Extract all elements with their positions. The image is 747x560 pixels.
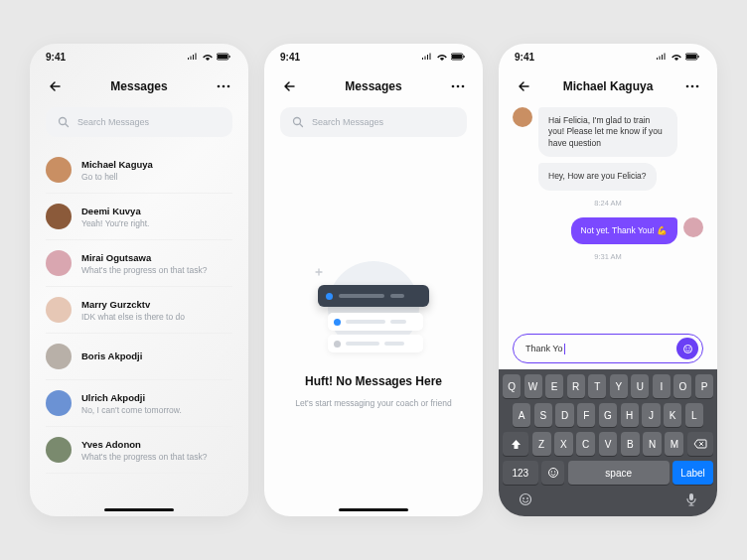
more-button[interactable] — [683, 77, 701, 95]
timestamp: 8:24 AM — [513, 199, 703, 208]
key-u[interactable]: U — [631, 374, 649, 398]
contact-name: Mirai Ogutsawa — [81, 252, 207, 263]
messages-empty-screen: 9:41 Messages Search Messages Huft! No M… — [264, 44, 483, 516]
status-time: 9:41 — [46, 52, 66, 63]
emoji-footer-icon[interactable] — [519, 492, 532, 508]
contact-name: Boris Akpodji — [81, 350, 142, 361]
svg-rect-8 — [452, 55, 462, 59]
svg-rect-16 — [698, 56, 699, 58]
more-button[interactable] — [449, 77, 467, 95]
emoji-key[interactable] — [541, 461, 564, 485]
search-placeholder: Search Messages — [312, 117, 383, 127]
key-y[interactable]: Y — [610, 374, 628, 398]
avatar — [513, 107, 532, 127]
back-button[interactable] — [280, 77, 298, 95]
key-o[interactable]: O — [673, 374, 691, 398]
key-e[interactable]: E — [545, 374, 563, 398]
key-k[interactable]: K — [664, 403, 681, 427]
key-x[interactable]: X — [554, 432, 573, 456]
key-h[interactable]: H — [621, 403, 639, 427]
key-s[interactable]: S — [534, 403, 552, 427]
status-icons — [187, 53, 232, 61]
message-preview: Go to hell — [81, 172, 153, 182]
key-b[interactable]: B — [621, 432, 640, 456]
bubble-in: Hey, How are you Felicia? — [538, 163, 657, 190]
conversation-item[interactable]: Ulrich Akpodji No, I can't come tomorrow… — [46, 380, 232, 427]
key-q[interactable]: Q — [503, 374, 521, 398]
compose-text: Thank Yo — [525, 344, 669, 354]
bubble-in: Hai Felicia, I'm glad to train you! Plea… — [538, 107, 677, 157]
empty-state: Huft! No Messages Here Let's start messa… — [264, 147, 483, 516]
status-icons — [421, 53, 467, 61]
avatar — [46, 437, 72, 463]
key-p[interactable]: P — [695, 374, 713, 398]
key-w[interactable]: W — [524, 374, 542, 398]
avatar — [46, 250, 72, 276]
bubble-out: Not yet. Thank You! 💪 — [571, 217, 677, 244]
key-a[interactable]: A — [513, 403, 530, 427]
header: Messages — [264, 70, 483, 107]
conversation-item[interactable]: Boris Akpodji — [46, 334, 232, 380]
conversation-item[interactable]: Mirai Ogutsawa What's the progress on th… — [46, 240, 232, 287]
svg-rect-29 — [689, 493, 693, 500]
message-preview: No, I can't come tomorrow. — [81, 405, 182, 415]
home-indicator[interactable] — [339, 508, 408, 511]
backspace-key[interactable] — [687, 432, 713, 456]
more-button[interactable] — [215, 77, 232, 95]
svg-point-23 — [548, 469, 557, 478]
compose-input[interactable]: Thank Yo — [513, 334, 703, 363]
search-placeholder: Search Messages — [77, 117, 149, 127]
chat-screen: 9:41 Michael Kaguya Hai Felicia, I'm gla… — [499, 44, 717, 516]
avatar — [46, 157, 72, 183]
conversation-item[interactable]: Marry Gurzcktv IDK what else is there to… — [46, 287, 232, 334]
svg-point-11 — [457, 85, 460, 88]
svg-point-10 — [452, 85, 455, 88]
conversation-item[interactable]: Yves Adonon What's the progress on that … — [46, 427, 232, 474]
svg-point-3 — [218, 85, 221, 88]
key-m[interactable]: M — [665, 432, 683, 456]
search-input[interactable]: Search Messages — [280, 107, 467, 137]
messages-list-screen: 9:41 Messages Search Messages Michael Ka… — [30, 44, 248, 516]
home-indicator[interactable] — [104, 508, 174, 511]
key-d[interactable]: D — [555, 403, 573, 427]
shift-key[interactable] — [503, 432, 528, 456]
chat-body: Hai Felicia, I'm glad to train you! Plea… — [499, 107, 717, 332]
svg-point-20 — [683, 345, 691, 352]
key-z[interactable]: Z — [532, 432, 551, 456]
return-key[interactable]: Label — [672, 461, 713, 485]
svg-point-25 — [554, 471, 555, 472]
svg-point-4 — [223, 85, 225, 88]
svg-point-6 — [60, 118, 67, 125]
key-f[interactable]: F — [577, 403, 595, 427]
space-key[interactable]: space — [568, 461, 670, 485]
key-j[interactable]: J — [642, 403, 660, 427]
key-i[interactable]: I — [653, 374, 671, 398]
mic-icon[interactable] — [685, 492, 697, 508]
numeric-key[interactable]: 123 — [503, 461, 538, 485]
contact-name: Yves Adonon — [81, 439, 207, 450]
key-l[interactable]: L — [685, 403, 703, 427]
back-button[interactable] — [46, 77, 64, 95]
key-t[interactable]: T — [588, 374, 606, 398]
avatar — [46, 297, 72, 323]
conversation-item[interactable]: Deemi Kuvya Yeah! You're right. — [46, 194, 232, 240]
status-icons — [656, 53, 701, 61]
conversation-item[interactable]: Michael Kaguya Go to hell — [46, 147, 232, 194]
svg-point-21 — [685, 347, 686, 348]
back-button[interactable] — [515, 77, 532, 95]
key-n[interactable]: N — [643, 432, 662, 456]
search-input[interactable]: Search Messages — [46, 107, 232, 137]
key-g[interactable]: G — [599, 403, 617, 427]
status-bar: 9:41 — [499, 44, 717, 70]
send-button[interactable] — [676, 338, 698, 359]
header: Messages — [30, 70, 248, 107]
avatar — [683, 217, 703, 237]
keyboard: QWERTYUIOP ASDFGHJKL ZXCVBNM 123 space L… — [499, 369, 717, 516]
svg-point-27 — [523, 497, 524, 499]
key-v[interactable]: V — [599, 432, 618, 456]
empty-illustration — [314, 255, 433, 364]
chat-title: Michael Kaguya — [563, 79, 654, 93]
timestamp: 9:31 AM — [513, 252, 703, 261]
key-c[interactable]: C — [576, 432, 595, 456]
key-r[interactable]: R — [567, 374, 585, 398]
